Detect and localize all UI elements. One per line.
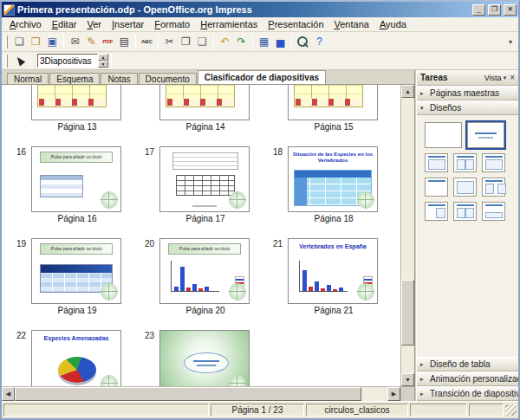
- tasks-panel-title: Tareas: [420, 73, 484, 82]
- export-pdf-icon[interactable]: PDF: [100, 34, 116, 50]
- slide-cell: Página 13: [12, 85, 140, 146]
- toolbar-separator: [252, 35, 253, 48]
- help-icon[interactable]: ?: [311, 34, 328, 50]
- chevron-right-icon: ▸: [420, 361, 427, 368]
- scroll-down-icon[interactable]: ▼: [401, 373, 414, 386]
- horizontal-scroll-thumb[interactable]: [15, 387, 361, 401]
- menu-ver[interactable]: Ver: [81, 18, 107, 30]
- redo-icon[interactable]: ↷: [233, 34, 250, 50]
- section-transicion-de-diapositivas[interactable]: ▸ Transición de diapositivas: [417, 386, 518, 401]
- tab-clasificador-de-diapositivas[interactable]: Clasificador de diapositivas: [198, 70, 326, 84]
- tasks-panel-header: Tareas Vista ▾ ×: [417, 70, 518, 86]
- slide-thumbnail-18[interactable]: Situación de las Especies en los Vertebr…: [288, 146, 378, 212]
- vertical-scroll-thumb[interactable]: [401, 280, 414, 346]
- select-pointer-icon[interactable]: [11, 53, 28, 69]
- scroll-up-icon[interactable]: ▲: [401, 85, 414, 98]
- spellcheck-icon[interactable]: ABC: [139, 34, 155, 50]
- slide-thumbnail-15[interactable]: [288, 85, 378, 120]
- layout-title-2row[interactable]: [482, 153, 505, 172]
- layout-centered-text[interactable]: [453, 178, 477, 197]
- layout-title-2col[interactable]: [453, 153, 477, 172]
- tab-documento[interactable]: Documento: [139, 73, 197, 84]
- section-diseno-de-tabla[interactable]: ▸ Diseño de tabla: [417, 357, 518, 372]
- menu-ventana[interactable]: Ventana: [329, 18, 374, 30]
- slide-thumbnail-13[interactable]: [31, 85, 121, 120]
- section-label: Animación personalizada: [430, 374, 518, 384]
- layout-title-2col-right[interactable]: [425, 202, 448, 221]
- slide-cell: Página 14: [140, 85, 269, 146]
- minimize-button[interactable]: _: [472, 4, 485, 16]
- layout-title-content-bottom[interactable]: [482, 202, 505, 221]
- tab-esquema[interactable]: Esquema: [49, 73, 100, 84]
- maximize-button[interactable]: ❐: [488, 4, 501, 16]
- vertical-scrollbar[interactable]: ▲ ▼: [400, 85, 414, 386]
- status-page-indicator[interactable]: Página 1 / 23: [211, 404, 304, 417]
- status-template-name[interactable]: circulos_clasicos: [306, 404, 408, 417]
- toolbar-overflow-button[interactable]: ▾: [504, 38, 517, 46]
- menu-herramientas[interactable]: Herramientas: [195, 18, 263, 30]
- scroll-left-icon[interactable]: ◀: [2, 387, 15, 401]
- title-bar[interactable]: Primera presentación.odp - OpenOffice.or…: [2, 2, 518, 17]
- spinner-up-icon[interactable]: ▲: [98, 54, 108, 61]
- close-panel-button[interactable]: ×: [510, 73, 515, 82]
- slide-thumbnail-20[interactable]: Pulse para añadir un título: [159, 238, 250, 304]
- table-icon[interactable]: ▦: [256, 34, 272, 50]
- slide-thumbnail-14[interactable]: [159, 85, 250, 120]
- menu-formato[interactable]: Formato: [149, 18, 195, 30]
- slide-sorter-canvas[interactable]: Página 13 Página 14: [2, 85, 400, 386]
- slide-thumbnail-17[interactable]: [159, 146, 250, 212]
- cut-icon-glyph: ✂: [165, 36, 173, 48]
- toolbar-separator: [135, 35, 136, 48]
- chart-bar: [302, 270, 307, 291]
- slide-thumbnail-23[interactable]: [159, 330, 250, 386]
- open-icon[interactable]: ❒: [28, 34, 44, 50]
- scroll-right-icon[interactable]: ▶: [387, 387, 400, 401]
- save-icon-glyph: ▣: [48, 36, 57, 48]
- layout-title-only[interactable]: [425, 178, 448, 197]
- spinner-down-icon[interactable]: ▼: [98, 61, 108, 68]
- undo-icon[interactable]: ↶: [217, 34, 233, 50]
- chart-icon-glyph: ▅: [276, 36, 284, 48]
- vertical-scroll-track[interactable]: [401, 98, 414, 373]
- close-button[interactable]: ✕: [504, 4, 517, 16]
- menu-insertar[interactable]: Insertar: [107, 18, 149, 30]
- chart-bar: [198, 288, 203, 291]
- view-menu-button[interactable]: Vista ▾: [484, 74, 506, 82]
- toolbar-grip[interactable]: [5, 36, 8, 48]
- layout-title-content[interactable]: [425, 153, 448, 172]
- slide-caption: Página 13: [31, 122, 123, 132]
- copy-icon[interactable]: ❐: [178, 34, 194, 50]
- toolbar-grip[interactable]: [5, 55, 8, 68]
- layout-title-2col-left[interactable]: [482, 178, 505, 197]
- resize-grip[interactable]: [505, 404, 517, 416]
- horizontal-scrollbar[interactable]: ◀ ▶: [2, 386, 400, 401]
- paste-icon[interactable]: ❑: [194, 34, 211, 50]
- tab-notas[interactable]: Notas: [101, 73, 137, 84]
- menu-editar[interactable]: Editar: [47, 18, 82, 30]
- horizontal-scroll-track[interactable]: [15, 387, 387, 401]
- save-icon[interactable]: ▣: [44, 34, 61, 50]
- zoom-icon[interactable]: [295, 34, 311, 50]
- slides-per-row-input[interactable]: [37, 54, 98, 68]
- section-disenos[interactable]: ▾ Diseños: [417, 100, 518, 115]
- section-paginas-maestras[interactable]: ▸ Páginas maestras: [417, 86, 518, 100]
- slide-thumbnail-22[interactable]: Especies Amenazadas: [31, 330, 121, 386]
- menu-ayuda[interactable]: Ayuda: [374, 18, 412, 30]
- slide-thumbnail-16[interactable]: Pulse para añadir un título: [31, 146, 121, 212]
- menu-archivo[interactable]: Archivo: [4, 18, 47, 30]
- tab-normal[interactable]: Normal: [7, 73, 49, 84]
- cut-icon[interactable]: ✂: [161, 34, 178, 50]
- new-document-icon[interactable]: ❏: [11, 34, 28, 50]
- layout-title-4box[interactable]: [453, 202, 477, 221]
- slide-thumbnail-19[interactable]: Pulse para añadir un título: [31, 238, 121, 304]
- slide-thumbnail-21[interactable]: Vertebrados en España: [288, 238, 378, 304]
- layout-blank[interactable]: [425, 122, 462, 148]
- menu-presentaci-n[interactable]: Presentación: [263, 18, 328, 30]
- email-icon[interactable]: ✉: [67, 34, 83, 50]
- layout-title-slide[interactable]: [467, 122, 504, 148]
- print-icon[interactable]: ▤: [116, 34, 133, 50]
- chart-icon[interactable]: ▅: [272, 34, 289, 50]
- slide-number: 17: [140, 146, 154, 238]
- section-animacion-personalizada[interactable]: ▸ Animación personalizada: [417, 372, 518, 386]
- edit-file-icon[interactable]: ✎: [83, 34, 100, 50]
